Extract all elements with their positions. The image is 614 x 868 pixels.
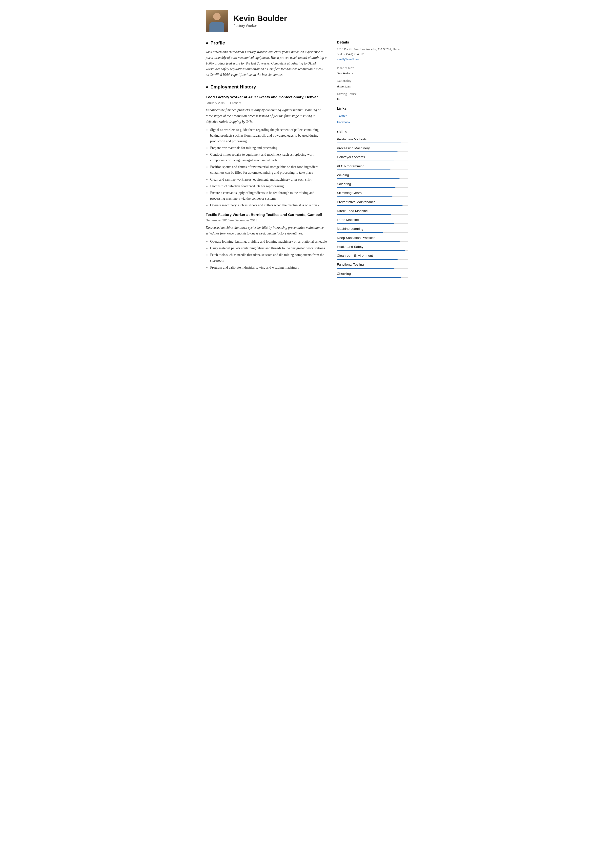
skills-list: Production Methods Processing Machinery … [337, 137, 408, 278]
avatar [206, 10, 228, 32]
list-item: Carry material pallets containing fabric… [210, 245, 327, 251]
skill-bar-fill [337, 151, 398, 152]
skill-item: Lathe Machine [337, 217, 408, 224]
list-item: Position spouts and chutes of raw materi… [210, 164, 327, 175]
skill-name: Production Methods [337, 137, 408, 142]
skill-item: Machine Learning [337, 226, 408, 233]
skill-bar-fill [337, 187, 395, 188]
main-column: ● Profile Task driven and methodical Fac… [206, 40, 327, 280]
profile-section-heading: ● Profile [206, 40, 327, 47]
skill-name: Deep Sanitation Practices [337, 236, 408, 241]
job-title-2: Textile Factory Worker at Borning Textil… [206, 212, 327, 218]
skill-name: Skimming Gears [337, 191, 408, 196]
skill-bar-bg [337, 214, 408, 215]
skill-item: Production Methods [337, 137, 408, 143]
address-text: 1515 Pacific Ave, Los Angeles, CA 90291,… [337, 47, 402, 56]
skill-item: Processing Machinery [337, 146, 408, 152]
skill-bar-bg [337, 205, 408, 206]
job-title-1: Food Factory Worker at ABC Sweets and Co… [206, 95, 327, 100]
skill-bar-bg [337, 277, 408, 278]
skill-bar-bg [337, 161, 408, 161]
skill-bar-fill [337, 268, 394, 269]
skill-bar-bg [337, 196, 408, 197]
driving-label: Driving license [337, 92, 408, 96]
skill-bar-fill [337, 223, 394, 224]
skill-name: Preventative Maintenance [337, 200, 408, 205]
header: Kevin Boulder Factory Worker [206, 10, 408, 32]
skill-name: Direct Feed Machine [337, 208, 408, 213]
skill-item: Health and Safety [337, 244, 408, 251]
skill-item: Conveyor Systems [337, 155, 408, 161]
details-address: 1515 Pacific Ave, Los Angeles, CA 90291,… [337, 47, 408, 62]
skill-name: Health and Safety [337, 244, 408, 249]
skill-item: Skimming Gears [337, 191, 408, 197]
skill-item: Deep Sanitation Practices [337, 236, 408, 242]
list-item: Prepare raw materials for mixing and pro… [210, 145, 327, 151]
job-entry-1: Food Factory Worker at ABC Sweets and Co… [206, 95, 327, 208]
list-item: Signal co-workers to guide them regardin… [210, 127, 327, 144]
skill-name: PLC Programming [337, 164, 408, 169]
skill-bar-fill [337, 196, 392, 197]
skill-item: Checking [337, 271, 408, 278]
skill-item: PLC Programming [337, 164, 408, 170]
profile-icon: ● [206, 40, 208, 47]
resume-page: Kevin Boulder Factory Worker ● Profile T… [196, 0, 418, 290]
list-item: Operate looming, knitting, braiding and … [210, 239, 327, 244]
link-facebook[interactable]: Facebook [337, 119, 408, 125]
place-of-birth-label: Place of birth [337, 65, 408, 70]
email-link[interactable]: email@email.com [337, 57, 360, 61]
skill-bar-bg [337, 250, 408, 251]
list-item: Fetch tools such as needle threaders, sc… [210, 252, 327, 263]
list-item: Ensure a constant supply of ingredients … [210, 190, 327, 201]
skill-bar-fill [337, 232, 383, 233]
skill-item: Functional Testing [337, 262, 408, 269]
skill-item: Soldering [337, 182, 408, 188]
skill-bar-fill [337, 205, 403, 206]
skill-bar-bg [337, 268, 408, 269]
skill-item: Welding [337, 173, 408, 179]
skill-bar-bg [337, 232, 408, 233]
details-heading: Details [337, 40, 408, 45]
job-summary-1: Enhanced the finished product's quality … [206, 107, 327, 124]
profile-text: Task driven and methodical Factory Worke… [206, 49, 327, 78]
skill-name: Welding [337, 173, 408, 178]
sidebar-column: Details 1515 Pacific Ave, Los Angeles, C… [337, 40, 408, 280]
skills-heading: Skills [337, 129, 408, 135]
skill-bar-fill [337, 214, 391, 215]
skill-bar-fill [337, 241, 400, 242]
employment-icon: ● [206, 84, 208, 90]
skill-bar-bg [337, 151, 408, 152]
job-bullets-1: Signal co-workers to guide them regardin… [206, 127, 327, 208]
nationality-label: Nationality [337, 78, 408, 83]
skill-bar-bg [337, 259, 408, 260]
skill-bar-fill [337, 250, 405, 251]
skill-bar-bg [337, 241, 408, 242]
skill-item: Cleanroom Environment [337, 253, 408, 260]
content-area: ● Profile Task driven and methodical Fac… [206, 40, 408, 280]
job-bullets-2: Operate looming, knitting, braiding and … [206, 239, 327, 270]
skill-bar-bg [337, 179, 408, 179]
job-summary-2: Decreased machine shutdown cycles by 40%… [206, 225, 327, 236]
skill-name: Conveyor Systems [337, 155, 408, 160]
candidate-name: Kevin Boulder [233, 14, 408, 23]
skill-name: Checking [337, 271, 408, 276]
skill-bar-bg [337, 187, 408, 188]
employment-section-heading: ● Employment History [206, 84, 327, 91]
profile-label: Profile [211, 40, 225, 47]
list-item: Operate machinery such as slicers and cu… [210, 202, 327, 208]
driving-value: Full [337, 96, 408, 102]
skill-bar-bg [337, 223, 408, 224]
skill-name: Processing Machinery [337, 146, 408, 151]
skill-item: Direct Feed Machine [337, 208, 408, 215]
skill-name: Machine Learning [337, 226, 408, 231]
skill-name: Functional Testing [337, 262, 408, 267]
job-entry-2: Textile Factory Worker at Borning Textil… [206, 212, 327, 270]
link-twitter[interactable]: Twitter [337, 113, 408, 119]
skill-bar-fill [337, 143, 401, 143]
skill-bar-fill [337, 259, 398, 260]
skill-bar-fill [337, 277, 401, 278]
skill-bar-fill [337, 161, 394, 161]
list-item: Program and calibrate industrial sewing … [210, 265, 327, 270]
nationality-value: American [337, 84, 408, 89]
links-heading: Links [337, 106, 408, 112]
